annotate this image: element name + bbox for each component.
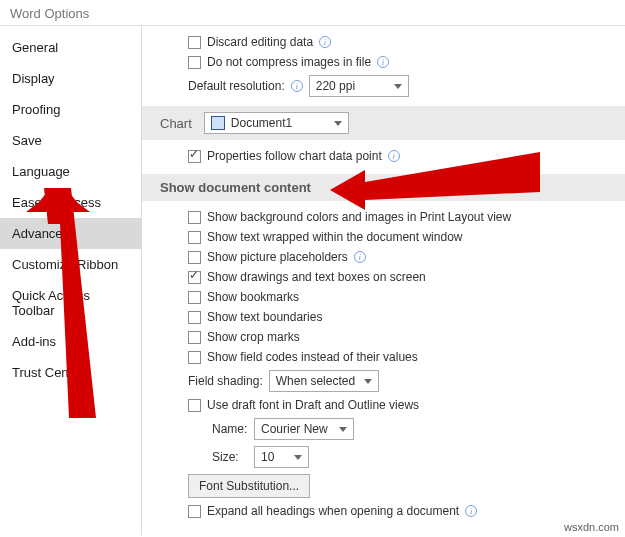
info-icon[interactable]: i bbox=[388, 150, 400, 162]
font-size-select[interactable]: 10 bbox=[254, 446, 309, 468]
sidebar-item-ease-of-access[interactable]: Ease of Access bbox=[0, 187, 141, 218]
show-text-boundaries-label: Show text boundaries bbox=[207, 310, 322, 324]
chevron-down-icon bbox=[294, 455, 302, 460]
default-resolution-label: Default resolution: bbox=[188, 79, 285, 93]
sidebar: General Display Proofing Save Language E… bbox=[0, 26, 142, 535]
show-bookmarks-label: Show bookmarks bbox=[207, 290, 299, 304]
do-not-compress-checkbox[interactable] bbox=[188, 56, 201, 69]
show-field-codes-label: Show field codes instead of their values bbox=[207, 350, 418, 364]
window-title: Word Options bbox=[0, 0, 625, 26]
expand-all-headings-checkbox[interactable] bbox=[188, 505, 201, 518]
discard-editing-data-checkbox[interactable] bbox=[188, 36, 201, 49]
font-size-value: 10 bbox=[261, 450, 274, 464]
sidebar-item-display[interactable]: Display bbox=[0, 63, 141, 94]
show-crop-marks-label: Show crop marks bbox=[207, 330, 300, 344]
info-icon[interactable]: i bbox=[465, 505, 477, 517]
show-text-wrapped-checkbox[interactable] bbox=[188, 231, 201, 244]
expand-all-headings-label: Expand all headings when opening a docum… bbox=[207, 504, 459, 518]
info-icon[interactable]: i bbox=[354, 251, 366, 263]
show-drawings-label: Show drawings and text boxes on screen bbox=[207, 270, 426, 284]
field-shading-label: Field shading: bbox=[188, 374, 263, 388]
font-name-value: Courier New bbox=[261, 422, 328, 436]
font-size-label: Size: bbox=[212, 450, 248, 464]
show-bookmarks-checkbox[interactable] bbox=[188, 291, 201, 304]
document-icon bbox=[211, 116, 225, 130]
sidebar-item-general[interactable]: General bbox=[0, 32, 141, 63]
default-resolution-select[interactable]: 220 ppi bbox=[309, 75, 409, 97]
chevron-down-icon bbox=[334, 121, 342, 126]
sidebar-item-save[interactable]: Save bbox=[0, 125, 141, 156]
watermark: wsxdn.com bbox=[564, 521, 619, 533]
options-panel: Discard editing data i Do not compress i… bbox=[142, 26, 625, 535]
show-field-codes-checkbox[interactable] bbox=[188, 351, 201, 364]
show-picture-placeholders-checkbox[interactable] bbox=[188, 251, 201, 264]
show-text-wrapped-label: Show text wrapped within the document wi… bbox=[207, 230, 462, 244]
default-resolution-value: 220 ppi bbox=[316, 79, 355, 93]
use-draft-font-label: Use draft font in Draft and Outline view… bbox=[207, 398, 419, 412]
sidebar-item-proofing[interactable]: Proofing bbox=[0, 94, 141, 125]
sidebar-item-language[interactable]: Language bbox=[0, 156, 141, 187]
chart-section-header: Chart Document1 bbox=[142, 106, 625, 140]
font-substitution-button[interactable]: Font Substitution... bbox=[188, 474, 310, 498]
show-document-content-heading: Show document content bbox=[160, 180, 311, 195]
sidebar-item-customize-ribbon[interactable]: Customize Ribbon bbox=[0, 249, 141, 280]
properties-follow-checkbox[interactable] bbox=[188, 150, 201, 163]
info-icon[interactable]: i bbox=[291, 80, 303, 92]
show-background-label: Show background colors and images in Pri… bbox=[207, 210, 511, 224]
chart-heading: Chart bbox=[160, 116, 192, 131]
field-shading-select[interactable]: When selected bbox=[269, 370, 379, 392]
use-draft-font-checkbox[interactable] bbox=[188, 399, 201, 412]
sidebar-item-quick-access-toolbar[interactable]: Quick Access Toolbar bbox=[0, 280, 141, 326]
chevron-down-icon bbox=[364, 379, 372, 384]
show-drawings-checkbox[interactable] bbox=[188, 271, 201, 284]
discard-editing-data-label: Discard editing data bbox=[207, 35, 313, 49]
do-not-compress-label: Do not compress images in file bbox=[207, 55, 371, 69]
show-crop-marks-checkbox[interactable] bbox=[188, 331, 201, 344]
show-text-boundaries-checkbox[interactable] bbox=[188, 311, 201, 324]
info-icon[interactable]: i bbox=[377, 56, 389, 68]
sidebar-item-trust-center[interactable]: Trust Center bbox=[0, 357, 141, 388]
show-picture-placeholders-label: Show picture placeholders bbox=[207, 250, 348, 264]
chart-document-value: Document1 bbox=[231, 116, 292, 130]
chart-document-select[interactable]: Document1 bbox=[204, 112, 349, 134]
chevron-down-icon bbox=[339, 427, 347, 432]
sidebar-item-advanced[interactable]: Advanced bbox=[0, 218, 141, 249]
info-icon[interactable]: i bbox=[319, 36, 331, 48]
sidebar-item-add-ins[interactable]: Add-ins bbox=[0, 326, 141, 357]
properties-follow-label: Properties follow chart data point bbox=[207, 149, 382, 163]
show-document-content-header: Show document content bbox=[142, 174, 625, 201]
chevron-down-icon bbox=[394, 84, 402, 89]
show-background-checkbox[interactable] bbox=[188, 211, 201, 224]
font-name-label: Name: bbox=[212, 422, 248, 436]
field-shading-value: When selected bbox=[276, 374, 355, 388]
font-name-select[interactable]: Courier New bbox=[254, 418, 354, 440]
